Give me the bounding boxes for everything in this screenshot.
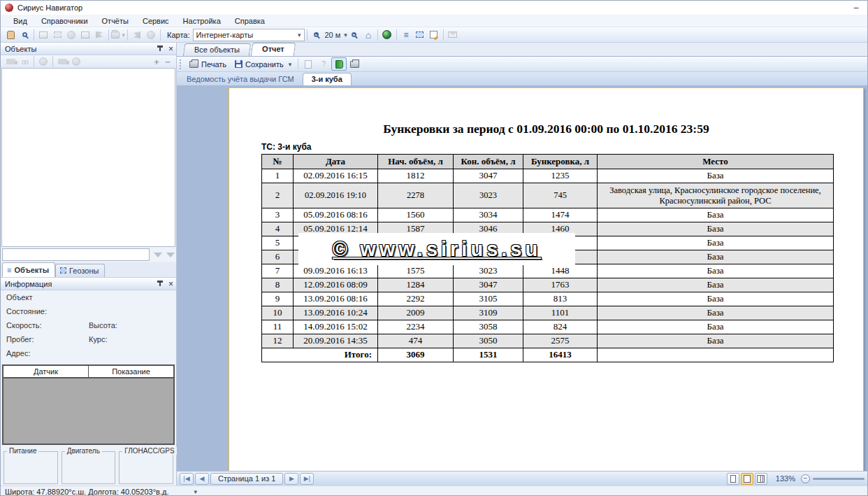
report-col-header: Место xyxy=(598,155,834,169)
mail-icon[interactable] xyxy=(446,29,460,41)
printer-icon xyxy=(189,61,198,68)
menu-item-4[interactable]: Настройка xyxy=(176,16,228,26)
watermark: © www.sirius.su xyxy=(298,233,575,265)
first-page-button[interactable]: |◀ xyxy=(180,473,194,485)
sidebar-tab-0[interactable]: ≡Объекты xyxy=(2,262,55,277)
link-objects-icon[interactable]: oo xyxy=(17,55,31,68)
map-select-label: Карта: xyxy=(167,31,190,39)
sensor-col-header: Датчик xyxy=(3,366,89,377)
book-view-button[interactable] xyxy=(331,57,347,71)
sidebar-tabs: ≡ОбъектыГеозоны xyxy=(1,262,176,278)
flag-tool-icon[interactable] xyxy=(92,29,106,41)
help-button[interactable]: ? xyxy=(316,57,331,71)
print-label: Печать xyxy=(201,60,226,69)
circle-tool-icon[interactable] xyxy=(64,29,78,41)
info-fields: Объект Состояние: Скорость: Высота: Проб… xyxy=(1,290,176,363)
ruler-icon[interactable] xyxy=(130,29,144,41)
menu-item-3[interactable]: Сервис xyxy=(136,16,176,26)
report-viewer[interactable]: Бункеровки за период с 01.09.2016 00:00 … xyxy=(177,85,867,471)
report-totals-row: Итого:3069153116413 xyxy=(262,348,834,362)
zoom-out-icon[interactable]: − xyxy=(347,29,361,41)
report-row-9: 913.09.2016 08:1622923105813База xyxy=(262,292,834,306)
vehicle-icon[interactable] xyxy=(55,55,69,68)
pin-icon[interactable] xyxy=(157,281,164,288)
status-bar: Широта: 47.88920°с.ш. Долгота: 40.05203°… xyxy=(1,486,867,496)
address-label: Адрес: xyxy=(6,349,31,363)
single-page-view-button[interactable] xyxy=(727,473,739,485)
menu-item-0[interactable]: Вид xyxy=(6,16,34,26)
close-icon[interactable]: × xyxy=(168,45,173,53)
report-col-header: Кон. объём, л xyxy=(454,155,523,169)
next-page-button[interactable]: ▶ xyxy=(284,473,298,485)
show-on-map-icon[interactable] xyxy=(36,55,50,68)
group-box-label: Питание xyxy=(7,447,38,455)
sensor-table-body xyxy=(3,378,173,444)
list-icon: ≡ xyxy=(7,266,11,274)
menu-item-1[interactable]: Справочники xyxy=(34,16,95,26)
group-box-label: ГЛОНАСС/GPS xyxy=(122,447,176,455)
toolbar-grip xyxy=(180,59,182,69)
sidebar-tab-label: Геозоны xyxy=(69,267,99,275)
edit-geozone-icon[interactable] xyxy=(50,29,64,41)
map-select[interactable]: Интернет-карты ▾ xyxy=(193,29,305,41)
filter-input[interactable] xyxy=(2,248,150,261)
print-button[interactable]: Печать xyxy=(185,57,231,71)
report-toolbar: Печать Сохранить ▾ ? xyxy=(177,57,867,72)
pager-bar: |◀ ◀ Страница 1 из 1 ▶ ▶| 133% − xyxy=(177,471,867,486)
save-button[interactable]: Сохранить ▾ xyxy=(231,57,296,71)
zoom-select-icon[interactable] xyxy=(17,29,31,41)
last-page-button[interactable]: ▶| xyxy=(300,473,314,485)
menu-item-2[interactable]: Отчёты xyxy=(95,16,136,26)
geozone-select-icon[interactable] xyxy=(413,29,427,41)
collapse-all-icon[interactable]: − xyxy=(162,57,173,67)
expand-all-icon[interactable]: + xyxy=(151,57,162,67)
add-group-icon[interactable] xyxy=(3,55,17,68)
app-window: Сириус Навигатор – ВидСправочникиОтчётыС… xyxy=(0,0,868,496)
main-tab-1[interactable]: Отчет xyxy=(251,43,296,56)
app-icon xyxy=(5,3,13,12)
zoom-out-button[interactable]: − xyxy=(801,474,810,483)
layers-folder-icon[interactable]: ▾ xyxy=(111,29,125,41)
report-tab-0[interactable]: Ведомость учёта выдачи ГСМ xyxy=(178,73,303,85)
track-icon[interactable] xyxy=(144,29,158,41)
multi-page-view-button[interactable] xyxy=(755,473,767,485)
pin-icon[interactable] xyxy=(157,45,164,53)
home-icon[interactable]: ⌂ xyxy=(361,29,375,41)
prev-page-button[interactable]: ◀ xyxy=(195,473,209,485)
select-area-icon[interactable] xyxy=(36,29,50,41)
state-label: Состояние: xyxy=(6,307,47,321)
minimize-button[interactable]: – xyxy=(849,3,863,13)
report-row-2: 202.09.2016 19:1022783023745Заводская ул… xyxy=(262,183,834,208)
menu-item-5[interactable]: Справка xyxy=(228,16,272,26)
globe-icon[interactable] xyxy=(380,29,394,41)
sidebar-tab-1[interactable]: Геозоны xyxy=(55,264,105,277)
edit-note-icon[interactable] xyxy=(427,29,441,41)
rectangle-tool-icon[interactable] xyxy=(78,29,92,41)
objects-tree[interactable] xyxy=(1,68,175,247)
filter-icon[interactable] xyxy=(154,253,162,257)
clear-filter-icon[interactable] xyxy=(166,253,175,257)
report-tab-1[interactable]: 3-и куба xyxy=(303,73,352,85)
sensor-table: Датчик Показание xyxy=(2,364,175,445)
close-icon[interactable]: × xyxy=(168,280,173,288)
pan-icon[interactable] xyxy=(3,29,17,41)
page-setup-icon xyxy=(305,60,312,69)
save-dropdown-icon[interactable]: ▾ xyxy=(289,61,292,68)
print-preview-button[interactable] xyxy=(347,57,362,71)
mileage-label: Пробег: xyxy=(6,335,89,349)
report-vehicle: ТС: 3-и куба xyxy=(261,142,863,152)
zoom-in-icon[interactable]: + xyxy=(310,29,324,41)
print-preview-icon xyxy=(350,61,359,68)
fit-width-view-button[interactable] xyxy=(741,473,753,485)
info-panel-title: Информация xyxy=(5,280,157,288)
title-bar: Сириус Навигатор – xyxy=(1,1,867,15)
objects-panel-title: Объекты xyxy=(5,45,157,53)
zoom-slider[interactable] xyxy=(813,478,865,480)
status-caret-icon[interactable]: ▾ xyxy=(194,488,197,495)
main-tab-0[interactable]: Все объекты xyxy=(183,43,251,56)
map-select-value: Интернет-карты xyxy=(196,31,296,39)
objects-list-icon[interactable]: ≡ xyxy=(399,29,413,41)
page-setup-button[interactable] xyxy=(301,57,316,71)
track-object-icon[interactable] xyxy=(69,55,83,68)
book-icon xyxy=(335,60,343,69)
